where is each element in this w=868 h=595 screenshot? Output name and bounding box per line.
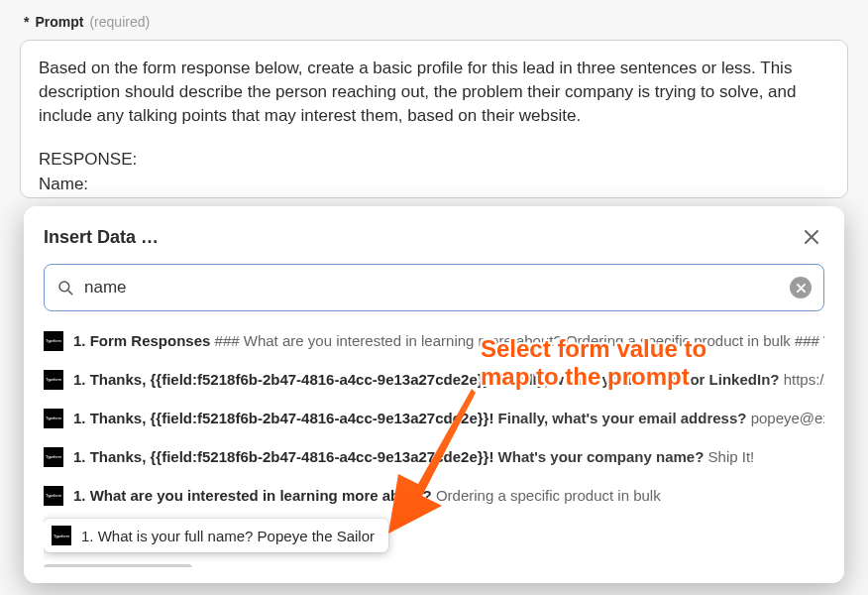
close-icon — [805, 230, 818, 244]
typeform-icon: Typeform — [44, 409, 63, 428]
result-item[interactable]: Typeform 1. Thanks, {{field:f5218f6b-2b4… — [44, 437, 824, 476]
required-asterisk: * — [24, 14, 29, 30]
clear-search-button[interactable] — [790, 277, 812, 298]
required-text: (required) — [89, 14, 150, 30]
svg-line-1 — [68, 291, 72, 295]
typeform-icon: Typeform — [44, 370, 63, 390]
result-item[interactable]: Typeform 1. What are you interested in l… — [44, 476, 824, 515]
result-item[interactable]: Typeform 1. Thanks, {{field:f5218f6b-2b4… — [44, 399, 824, 437]
typeform-icon: Typeform — [52, 526, 71, 545]
typeform-icon: Typeform — [44, 331, 63, 351]
result-item[interactable]: Typeform 1. Thanks, {{field:f5218f6b-2b4… — [44, 360, 824, 399]
scrollbar-thumb[interactable] — [44, 564, 192, 567]
result-item-highlighted[interactable]: Typeform 1. What is your full name? Pope… — [44, 519, 388, 552]
search-field[interactable] — [44, 264, 824, 311]
clear-icon — [797, 284, 806, 293]
prompt-field-name: Name: — [39, 173, 829, 196]
close-button[interactable] — [799, 224, 824, 250]
modal-title: Insert Data … — [44, 227, 159, 248]
prompt-body: Based on the form response below, create… — [39, 57, 829, 128]
prompt-textarea[interactable]: Based on the form response below, create… — [20, 40, 848, 198]
result-item[interactable]: Typeform 1. Form Responses ### What are … — [44, 321, 824, 360]
search-input[interactable] — [84, 278, 780, 298]
horizontal-scrollbar[interactable] — [44, 564, 824, 567]
svg-point-0 — [59, 282, 69, 292]
search-icon — [56, 279, 74, 297]
typeform-icon: Typeform — [44, 486, 63, 506]
typeform-icon: Typeform — [44, 447, 63, 467]
prompt-label: Prompt — [35, 14, 83, 30]
prompt-section-label: RESPONSE: — [39, 148, 829, 172]
results-list: Typeform 1. Form Responses ### What are … — [44, 321, 824, 567]
prompt-field-header: * Prompt (required) — [0, 0, 868, 40]
insert-data-modal: Insert Data … Typeform 1. Form Responses… — [24, 206, 844, 583]
